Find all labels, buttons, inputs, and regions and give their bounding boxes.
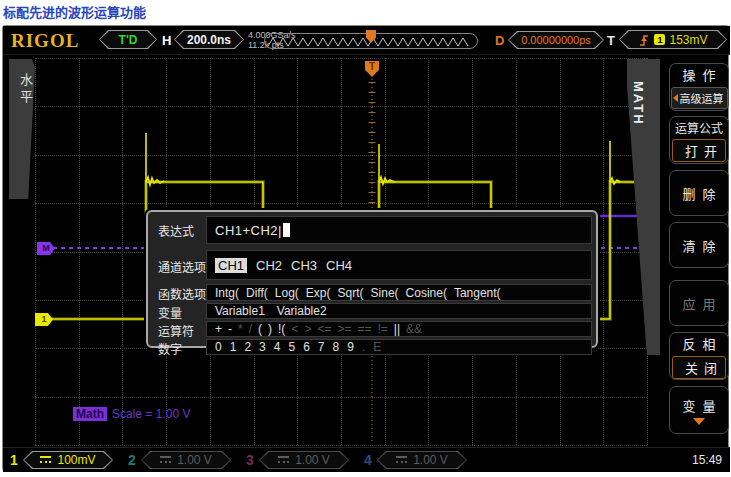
formula-open-button[interactable]: 打开 [672,139,726,162]
op-divide[interactable]: / [249,322,252,336]
trigger-badge[interactable]: 1 153mV [619,30,727,49]
op-and[interactable]: && [406,322,422,336]
ch1-number[interactable]: 1 [10,452,18,468]
brand-logo: RIGOL [11,30,79,52]
ch2-number[interactable]: 2 [128,452,136,468]
ch4-number[interactable]: 4 [364,452,372,468]
function-options-label: 函数选项 [158,285,206,302]
option-intg[interactable]: Intg( [215,286,239,300]
tab-horizontal: 水平 [9,59,35,199]
number-label: 数字 [158,340,182,357]
option-ch3[interactable]: CH3 [291,258,317,273]
num-6[interactable]: 6 [303,340,310,354]
trigger-level-value: 153mV [669,33,707,47]
channel-options-row: CH1 CH2 CH3 CH4 [206,250,592,280]
ch3-number[interactable]: 3 [246,452,254,468]
ch2-status-badge[interactable]: 1.00 V [141,451,231,469]
ch1-overshoot-spikes [146,133,610,182]
op-minus[interactable]: - [228,322,232,336]
expression-label: 表达式 [158,222,194,239]
text-cursor [283,223,290,237]
dc-coupling-icon [160,456,171,464]
menu-item-clear[interactable]: 清除 [669,222,729,268]
variable-label: 变量 [158,304,182,321]
ch3-status-badge[interactable]: 1.00 V [259,451,349,469]
option-log[interactable]: Log( [275,286,299,300]
op-ne[interactable]: != [377,322,387,336]
menu-item-delete[interactable]: 删除 [669,170,729,216]
clock: 15:49 [692,453,722,467]
dc-coupling-icon [396,456,407,464]
function-options-row: Intg( Diff( Log( Exp( Sqrt( Sine( Cosine… [206,284,592,301]
top-status-bar: RIGOL T'D H 200.0ns 4.000GSa/s 11.2k pts… [3,26,730,55]
option-variable2[interactable]: Variable2 [277,304,327,318]
option-variable1[interactable]: Variable1 [215,304,265,318]
num-0[interactable]: 0 [215,340,222,354]
page-title: 标配先进的波形运算功能 [3,2,146,21]
variables-row: Variable1 Variable2 [206,303,592,319]
math-scale-readout: MathScale = 1.00 V [73,407,190,421]
expression-input[interactable]: CH1+CH2| [206,216,592,244]
numbers-row: 0 1 2 3 4 5 6 7 8 9 . E [206,339,592,355]
invert-off-button[interactable]: 关闭 [672,356,726,379]
delay-badge[interactable]: 0.00000000ps [508,31,604,49]
option-diff[interactable]: Diff( [246,286,268,300]
num-8[interactable]: 8 [333,340,340,354]
option-ch4[interactable]: CH4 [326,258,352,273]
trigger-source-badge: 1 [654,34,665,45]
channel-options-label: 通道选项 [158,258,206,275]
op-multiply[interactable]: * [238,322,243,336]
num-2[interactable]: 2 [244,340,251,354]
option-sqrt[interactable]: Sqrt( [338,286,364,300]
num-5[interactable]: 5 [288,340,295,354]
delay-label: D [495,33,504,48]
option-tangent[interactable]: Tangent( [454,286,501,300]
ch1-status-badge[interactable]: 100mV [23,451,113,469]
option-sine[interactable]: Sine( [371,286,399,300]
op-gt[interactable]: > [304,322,311,336]
option-cosine[interactable]: Cosine( [406,286,447,300]
num-4[interactable]: 4 [274,340,281,354]
operator-label: 运算符 [158,322,194,339]
menu-item-invert[interactable]: 反相 关闭 [669,332,729,380]
menu-item-formula[interactable]: 运算公式 打开 [669,116,729,164]
op-or[interactable]: || [394,322,400,336]
menu-item-apply[interactable]: 应用 [669,280,729,326]
op-open-paren[interactable]: ( [258,322,262,336]
trigger-status-badge: T'D [99,30,157,49]
num-dot[interactable]: . [362,340,365,354]
down-arrow-icon [693,418,705,425]
op-le[interactable]: <= [317,322,331,336]
operation-value-button[interactable]: 高级运算 [671,87,728,109]
memory-waveform-bar [264,33,478,49]
option-ch1[interactable]: CH1 [215,258,247,273]
trigger-label: T [607,33,615,48]
op-lt[interactable]: < [291,322,298,336]
option-exp[interactable]: Exp( [306,286,331,300]
expression-editor-dialog: 表达式 CH1+CH2| 通道选项 CH1 CH2 CH3 CH4 函数选项 I… [146,210,598,348]
math-scale-badge: Math [73,407,107,421]
horizontal-label: H [162,33,171,48]
op-not-paren[interactable]: !( [278,322,285,336]
num-3[interactable]: 3 [259,340,266,354]
timebase-badge[interactable]: 200.0ns [174,30,244,49]
dc-coupling-icon [40,456,51,464]
op-eq[interactable]: == [357,322,371,336]
operators-row: + - * / ( ) !( < > <= >= == != || && [206,321,592,337]
option-ch2[interactable]: CH2 [256,258,282,273]
left-arrow-icon [673,94,678,102]
oscilloscope-screen: RIGOL T'D H 200.0ns 4.000GSa/s 11.2k pts… [2,25,729,471]
op-plus[interactable]: + [215,322,222,336]
dc-coupling-icon [278,456,289,464]
num-9[interactable]: 9 [347,340,354,354]
menu-item-operation[interactable]: 操作 高级运算 [669,63,729,111]
num-e[interactable]: E [373,340,381,354]
rising-edge-icon [638,33,650,47]
ch4-status-badge[interactable]: 1.00 V [377,451,467,469]
op-ge[interactable]: >= [337,322,351,336]
channel-status-bar: 1 100mV 2 1.00 V 3 1.00 V 4 1.00 V 15:49 [3,447,730,472]
op-close-paren[interactable]: ) [268,322,272,336]
num-7[interactable]: 7 [318,340,325,354]
menu-item-variable[interactable]: 变量 [669,386,729,434]
num-1[interactable]: 1 [230,340,237,354]
